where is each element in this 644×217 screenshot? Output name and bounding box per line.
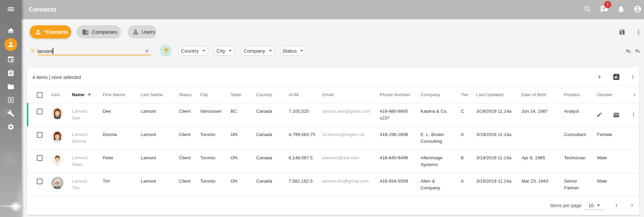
svg-text:$: $ [10,98,12,102]
